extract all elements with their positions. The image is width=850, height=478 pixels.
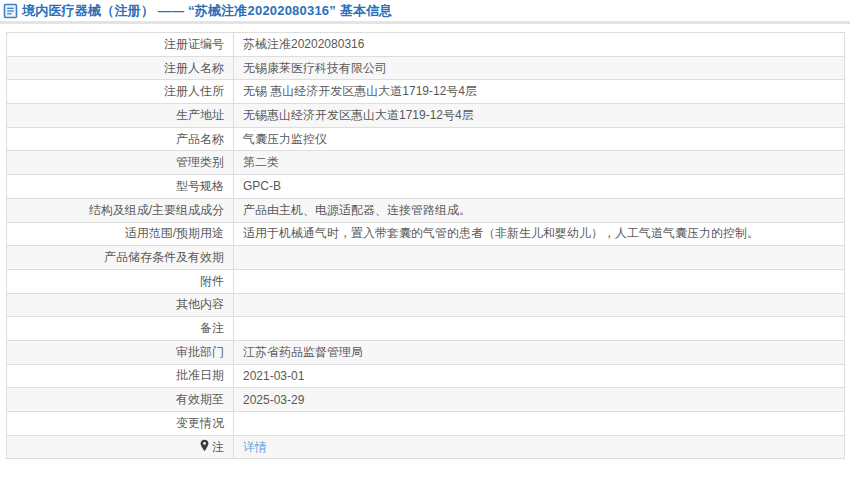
row-value — [234, 269, 845, 293]
row-value — [234, 412, 845, 436]
row-value: 产品由主机、电源适配器、连接管路组成。 — [234, 198, 845, 222]
table-row: 其他内容 — [7, 293, 845, 317]
row-value: 2025-03-29 — [234, 388, 845, 412]
table-row: 审批部门 江苏省药品监督管理局 — [7, 340, 845, 364]
page-header: 境内医疗器械（注册） —— “苏械注准20202080316” 基本信息 — [0, 0, 850, 21]
row-value: 气囊压力监控仪 — [234, 127, 845, 151]
document-icon — [3, 3, 18, 19]
row-label: 注册人名称 — [7, 56, 234, 80]
table-row: 备注 — [7, 317, 845, 341]
row-label: 审批部门 — [7, 340, 234, 364]
row-value: GPC-B — [234, 175, 845, 199]
row-label: 型号规格 — [7, 175, 234, 199]
row-value: 2021-03-01 — [234, 364, 845, 388]
details-link[interactable]: 详情 — [243, 440, 267, 454]
table-row: 产品名称 气囊压力监控仪 — [7, 127, 845, 151]
table-row: 变更情况 — [7, 412, 845, 436]
row-label: 注册证编号 — [7, 33, 234, 57]
row-label: 变更情况 — [7, 412, 234, 436]
table-row: 结构及组成/主要组成成分 产品由主机、电源适配器、连接管路组成。 — [7, 198, 845, 222]
row-label: 备注 — [7, 317, 234, 341]
row-value — [234, 246, 845, 270]
table-row: 注册证编号 苏械注准20202080316 — [7, 33, 845, 57]
table-row: 管理类别 第二类 — [7, 151, 845, 175]
basic-info-table: 注册证编号 苏械注准20202080316 注册人名称 无锡康莱医疗科技有限公司… — [6, 32, 845, 459]
table-row: 注册人住所 无锡 惠山经济开发区惠山大道1719-12号4层 — [7, 80, 845, 104]
table-row: 生产地址 无锡惠山经济开发区惠山大道1719-12号4层 — [7, 104, 845, 128]
row-value-note: 详情 — [234, 435, 845, 459]
row-value: 无锡康莱医疗科技有限公司 — [234, 56, 845, 80]
row-label: 有效期至 — [7, 388, 234, 412]
row-label: 其他内容 — [7, 293, 234, 317]
row-value: 第二类 — [234, 151, 845, 175]
table-row: 附件 — [7, 269, 845, 293]
row-label: 管理类别 — [7, 151, 234, 175]
row-label: 批准日期 — [7, 364, 234, 388]
row-value: 无锡惠山经济开发区惠山大道1719-12号4层 — [234, 104, 845, 128]
row-label: 适用范围/预期用途 — [7, 222, 234, 246]
row-label: 产品名称 — [7, 127, 234, 151]
header-divider — [0, 21, 850, 24]
row-value — [234, 293, 845, 317]
table-row: 注册人名称 无锡康莱医疗科技有限公司 — [7, 56, 845, 80]
row-label: 附件 — [7, 269, 234, 293]
pin-icon — [199, 439, 210, 455]
table-row: 注 详情 — [7, 435, 845, 459]
table-row: 适用范围/预期用途 适用于机械通气时，置入带套囊的气管的患者（非新生儿和婴幼儿）… — [7, 222, 845, 246]
row-label: 注册人住所 — [7, 80, 234, 104]
row-label-note: 注 — [7, 435, 234, 459]
row-value: 无锡 惠山经济开发区惠山大道1719-12号4层 — [234, 80, 845, 104]
row-value: 苏械注准20202080316 — [234, 33, 845, 57]
table-row: 有效期至 2025-03-29 — [7, 388, 845, 412]
row-label: 结构及组成/主要组成成分 — [7, 198, 234, 222]
row-value — [234, 317, 845, 341]
note-label: 注 — [212, 439, 224, 456]
table-row: 型号规格 GPC-B — [7, 175, 845, 199]
row-label: 生产地址 — [7, 104, 234, 128]
table-row: 批准日期 2021-03-01 — [7, 364, 845, 388]
row-value: 适用于机械通气时，置入带套囊的气管的患者（非新生儿和婴幼儿），人工气道气囊压力的… — [234, 222, 845, 246]
page-title: 境内医疗器械（注册） —— “苏械注准20202080316” 基本信息 — [22, 2, 393, 20]
row-value: 江苏省药品监督管理局 — [234, 340, 845, 364]
row-label: 产品储存条件及有效期 — [7, 246, 234, 270]
table-row: 产品储存条件及有效期 — [7, 246, 845, 270]
